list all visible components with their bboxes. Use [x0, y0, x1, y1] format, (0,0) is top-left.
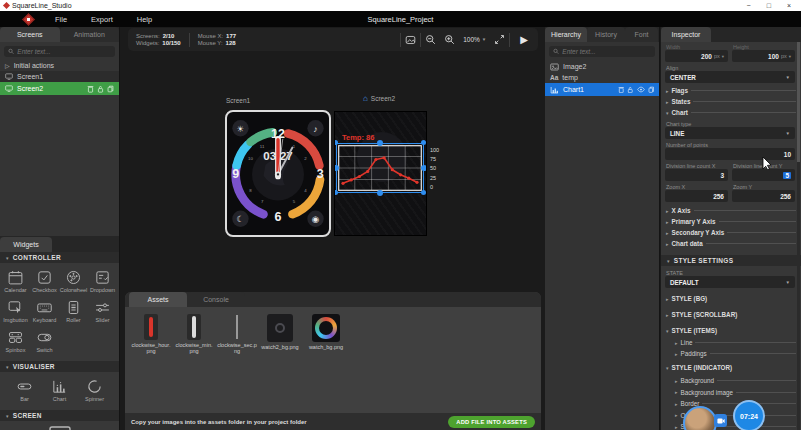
screenshot-button[interactable]	[401, 35, 420, 45]
divy-field[interactable]: 5	[732, 169, 795, 181]
delete-icon[interactable]	[618, 86, 625, 94]
handle-bottom-right[interactable]	[421, 190, 426, 195]
zoomx-field[interactable]: 256	[665, 190, 728, 202]
widget-spinbox[interactable]: Spinbox	[1, 326, 30, 356]
inspector-scrollbar-thumb[interactable]	[797, 42, 800, 162]
tab-screens[interactable]: Screens	[0, 27, 60, 42]
lock-icon[interactable]	[627, 86, 634, 94]
screen1-device[interactable]: 12 3 6 9 1 2 4 5 7 8 10 11 03:27 ☀ ♪ ☾ ◉	[225, 110, 331, 237]
section-style-items[interactable]: ▾STYLE (ITEMS)	[666, 327, 796, 334]
section-controller[interactable]: ▾ CONTROLLER	[0, 252, 119, 263]
points-field[interactable]: 10	[665, 148, 795, 160]
widget-calendar[interactable]: Calendar	[1, 266, 30, 296]
section-primary-y-axis[interactable]: ▸Primary Y Axis	[666, 218, 796, 225]
section-flags[interactable]: ▸Flags	[666, 87, 796, 94]
tab-console[interactable]: Console	[187, 292, 245, 307]
asset-clockwise-sec[interactable]: clockwise_sec.png	[217, 314, 257, 413]
width-field[interactable]: 200 px ▾	[665, 50, 728, 62]
style-items-line[interactable]: ▸Line	[675, 339, 796, 346]
section-x-axis[interactable]: ▸X Axis	[666, 207, 796, 214]
divx-field[interactable]: 3	[665, 169, 728, 181]
maximize-button[interactable]: □	[767, 2, 771, 9]
screens-search[interactable]	[4, 46, 115, 57]
widget-checkbox[interactable]: Checkbox	[30, 266, 59, 296]
zoomy-field[interactable]: 256	[732, 190, 795, 202]
widget-chart[interactable]: Chart	[45, 375, 74, 405]
section-chart-data[interactable]: ▸Chart data	[666, 240, 796, 247]
indicator-background-image[interactable]: ▸Background image	[675, 389, 796, 396]
section-visualiser[interactable]: ▾ VISUALISER	[0, 361, 119, 372]
asset-watch-bg[interactable]: watch_bg.png	[303, 314, 349, 413]
tab-widgets[interactable]: Widgets	[0, 237, 52, 252]
menu-help[interactable]: Help	[125, 15, 164, 24]
asset-watch2-bg[interactable]: watch2_bg.png	[260, 314, 300, 413]
play-button[interactable]: ▶	[510, 34, 538, 45]
widget-switch[interactable]: Switch	[30, 326, 59, 356]
copy-icon[interactable]	[107, 85, 114, 93]
screen2-chart-plot[interactable]	[338, 145, 422, 191]
section-chart[interactable]: ▾Chart	[666, 109, 796, 116]
hierarchy-item-temp[interactable]: Aa temp	[545, 72, 659, 83]
section-states[interactable]: ▸States	[666, 98, 796, 105]
hierarchy-search[interactable]	[549, 46, 655, 57]
hierarchy-item-chart1[interactable]: Chart1	[545, 83, 659, 96]
delete-icon[interactable]	[87, 85, 94, 93]
section-secondary-y-axis[interactable]: ▸Secondary Y Axis	[666, 229, 796, 236]
screen1-row[interactable]: Screen1	[0, 71, 119, 82]
menu-export[interactable]: Export	[79, 15, 125, 24]
widget-dropdown[interactable]: Dropdown	[88, 266, 117, 296]
widget-roller[interactable]: Roller	[59, 296, 88, 326]
tab-font[interactable]: Font	[625, 27, 658, 42]
hierarchy-item-image2[interactable]: Image2	[545, 61, 659, 72]
section-style-bg[interactable]: ▸STYLE (BG)	[666, 295, 796, 302]
camera-badge[interactable]	[714, 414, 727, 427]
handle-bottom[interactable]	[377, 190, 383, 196]
section-style-indicator[interactable]: ▾STYLE (INDICATOR)	[666, 364, 796, 371]
tab-assets[interactable]: Assets	[129, 292, 187, 307]
handle-right[interactable]	[421, 165, 427, 171]
widget-imgbutton[interactable]: Imgbutton	[1, 296, 30, 326]
section-screen[interactable]: ▾ SCREEN	[0, 410, 119, 421]
style-settings-header[interactable]: ▾ STYLE SETTINGS	[661, 255, 801, 266]
widget-colorwheel[interactable]: Colorwheel	[59, 266, 88, 296]
handle-top-right[interactable]	[421, 140, 426, 145]
handle-top[interactable]	[377, 140, 383, 146]
indicator-background[interactable]: ▸Background	[675, 377, 796, 384]
asset-clockwise-hour[interactable]: clockwise_hour.png	[131, 314, 171, 413]
widget-bar[interactable]: Bar	[10, 375, 39, 405]
eye-icon[interactable]	[637, 86, 645, 93]
minimize-button[interactable]: −	[747, 2, 751, 9]
style-items-paddings[interactable]: ▸Paddings	[675, 350, 796, 357]
add-file-into-assets-button[interactable]: ADD FILE INTO ASSETS	[448, 416, 535, 428]
zoom-in-button[interactable]	[440, 34, 459, 45]
menu-file[interactable]: File	[43, 15, 79, 24]
screen2-canvas-label[interactable]: ⌂ Screen2	[363, 94, 395, 103]
hierarchy-search-input[interactable]	[562, 48, 651, 55]
zoom-out-button[interactable]	[421, 34, 440, 45]
widget-spinner[interactable]: Spinner	[80, 375, 109, 405]
tab-inspector[interactable]: Inspector	[661, 27, 711, 42]
screen2-row[interactable]: Screen2	[0, 82, 119, 95]
widget-slider[interactable]: Slider	[88, 296, 117, 326]
fit-view-button[interactable]	[490, 34, 509, 45]
recording-timer[interactable]: 07:24	[733, 400, 765, 430]
tab-hierarchy[interactable]: Hierarchy	[545, 27, 587, 42]
screen-widget[interactable]	[0, 421, 119, 430]
lock-icon[interactable]	[97, 85, 104, 93]
align-dropdown[interactable]: CENTER ▼	[665, 71, 795, 83]
tab-history[interactable]: History	[587, 27, 625, 42]
initial-actions-row[interactable]: ▷ Initial actions	[0, 60, 119, 71]
close-button[interactable]: ×	[787, 2, 791, 9]
asset-clockwise-min[interactable]: clockwise_min.png	[174, 314, 214, 413]
chart-type-dropdown[interactable]: LINE ▼	[665, 127, 795, 139]
section-style-scrollbar[interactable]: ▸STYLE (SCROLLBAR)	[666, 311, 796, 318]
zoom-level-dropdown[interactable]: 100% ▼	[459, 36, 490, 43]
state-dropdown[interactable]: DEFAULT ▼	[665, 276, 795, 288]
screens-search-input[interactable]	[17, 48, 111, 55]
widget-keyboard[interactable]: Keyboard	[30, 296, 59, 326]
height-field[interactable]: 100 px ▾	[732, 50, 795, 62]
copy-icon[interactable]	[648, 86, 655, 94]
screen2-device[interactable]: Temp: 86	[334, 111, 427, 236]
screen1-canvas-label[interactable]: Screen1	[226, 97, 250, 104]
tab-animation[interactable]: Animation	[60, 27, 120, 42]
